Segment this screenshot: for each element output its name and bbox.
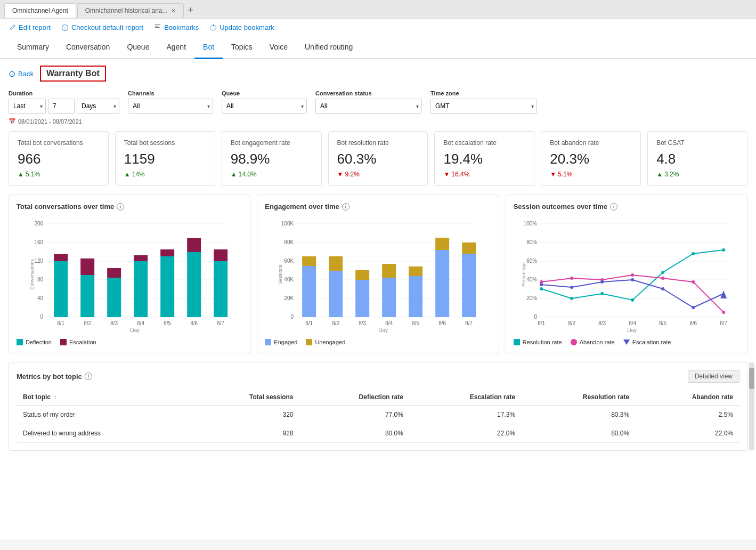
bar-escalation-0 bbox=[54, 254, 68, 261]
metrics-header: Metrics by bot topic i Detailed view bbox=[17, 370, 739, 383]
svg-rect-26 bbox=[214, 261, 227, 317]
tab-unified-routing[interactable]: Unified routing bbox=[296, 36, 361, 59]
kpi-bot-csat: Bot CSAT 4.8 3.2% bbox=[647, 131, 747, 186]
row0-abandon: 2.5% bbox=[636, 406, 739, 424]
queue-label: Queue bbox=[222, 90, 307, 96]
browser-tab-omnichannel-agent[interactable]: Omnichannel Agent bbox=[4, 3, 76, 18]
svg-point-96 bbox=[692, 280, 695, 284]
svg-rect-51 bbox=[329, 271, 343, 317]
duration-filter: Duration Last Days bbox=[9, 90, 119, 114]
tab-bot[interactable]: Bot bbox=[194, 36, 223, 59]
info-icon-chart1[interactable]: i bbox=[117, 203, 124, 211]
svg-text:Day: Day bbox=[379, 327, 388, 333]
queue-select[interactable]: All bbox=[222, 99, 307, 114]
svg-text:8/7: 8/7 bbox=[217, 320, 224, 326]
edit-report-label: Edit report bbox=[19, 23, 51, 31]
chart3-svg: 100% 80% 60% 40% 20% 0 Percentage bbox=[514, 216, 739, 333]
scrollbar-thumb[interactable] bbox=[749, 368, 754, 389]
back-circle-icon: ⊙ bbox=[9, 69, 15, 79]
tab-queue[interactable]: Queue bbox=[118, 36, 158, 59]
escalation-rate-label: Escalation rate bbox=[632, 339, 671, 345]
scrollbar[interactable] bbox=[749, 362, 754, 450]
svg-text:20%: 20% bbox=[526, 295, 537, 301]
info-icon-chart2[interactable]: i bbox=[342, 203, 349, 211]
metrics-section: Metrics by bot topic i Detailed view Bot… bbox=[9, 362, 747, 451]
kpi-bot-escalation-rate: Bot escalation rate 19.4% 16.4% bbox=[434, 131, 534, 186]
chart2-legend: Engaged Unengaged bbox=[265, 339, 491, 345]
svg-rect-50 bbox=[302, 256, 316, 266]
duration-preset-select[interactable]: Last bbox=[9, 99, 46, 114]
row1-resolution: 80.0% bbox=[522, 424, 636, 443]
svg-rect-24 bbox=[187, 252, 201, 317]
svg-rect-27 bbox=[214, 249, 227, 261]
svg-text:60K: 60K bbox=[284, 258, 294, 264]
svg-text:8/1: 8/1 bbox=[306, 320, 313, 326]
metrics-title-text: Metrics by bot topic bbox=[17, 373, 82, 381]
checkout-report-label: Checkout default report bbox=[71, 23, 143, 31]
edit-report-button[interactable]: Edit report bbox=[9, 23, 51, 31]
svg-text:8/2: 8/2 bbox=[84, 320, 91, 326]
svg-text:100%: 100% bbox=[523, 221, 537, 227]
svg-point-98 bbox=[540, 283, 543, 286]
kpi-change-4: 16.4% bbox=[443, 171, 525, 178]
checkout-report-button[interactable]: Checkout default report bbox=[61, 23, 143, 31]
deflection-legend-color bbox=[17, 339, 23, 345]
svg-text:8/6: 8/6 bbox=[689, 320, 697, 326]
tab-agent[interactable]: Agent bbox=[158, 36, 194, 59]
svg-text:8/5: 8/5 bbox=[412, 320, 420, 326]
svg-rect-18 bbox=[107, 278, 121, 317]
info-icon-chart3[interactable]: i bbox=[610, 203, 617, 211]
svg-text:8/6: 8/6 bbox=[190, 320, 198, 326]
new-tab-button[interactable]: + bbox=[185, 5, 197, 16]
svg-rect-56 bbox=[382, 264, 396, 278]
detailed-view-button[interactable]: Detailed view bbox=[688, 370, 739, 383]
duration-unit-select[interactable]: Days bbox=[77, 99, 119, 114]
svg-rect-19 bbox=[107, 268, 121, 278]
channels-select[interactable]: All bbox=[128, 99, 213, 114]
update-bookmark-button[interactable]: Update bookmark bbox=[209, 23, 274, 31]
toolbar: Edit report Checkout default report Book… bbox=[0, 19, 756, 36]
back-button[interactable]: ⊙ Back bbox=[9, 69, 34, 79]
unengaged-legend-color bbox=[306, 339, 312, 345]
svg-text:8/3: 8/3 bbox=[598, 320, 606, 326]
info-icon-metrics[interactable]: i bbox=[85, 373, 92, 380]
row0-topic: Status of my order bbox=[17, 406, 191, 424]
svg-text:160: 160 bbox=[34, 239, 43, 245]
svg-point-94 bbox=[631, 273, 634, 277]
kpi-change-6: 3.2% bbox=[656, 171, 738, 178]
svg-text:8/6: 8/6 bbox=[439, 320, 446, 326]
update-bookmark-label: Update bookmark bbox=[220, 23, 274, 31]
page-title: Warranty Bot bbox=[40, 66, 106, 82]
svg-point-97 bbox=[722, 311, 725, 314]
chart1-svg: 200 160 120 80 40 0 Conversations bbox=[17, 216, 242, 333]
svg-point-100 bbox=[600, 280, 604, 284]
conv-status-select[interactable]: All bbox=[315, 99, 422, 114]
queue-filter: Queue All bbox=[222, 90, 307, 114]
close-icon[interactable]: ✕ bbox=[171, 7, 176, 14]
timezone-filter: Time zone GMT bbox=[430, 90, 537, 114]
engaged-label: Engaged bbox=[274, 339, 297, 345]
timezone-select[interactable]: GMT bbox=[430, 99, 537, 114]
edit-icon bbox=[9, 24, 16, 31]
bookmarks-button[interactable]: Bookmarks bbox=[154, 23, 199, 31]
duration-value-input[interactable] bbox=[48, 99, 75, 114]
timezone-label: Time zone bbox=[430, 90, 537, 96]
escalation-legend-icon bbox=[623, 339, 630, 345]
tab-topics[interactable]: Topics bbox=[223, 36, 261, 59]
svg-text:40: 40 bbox=[37, 295, 44, 301]
date-range: 📅 08/01/2021 - 08/07/2021 bbox=[9, 118, 747, 125]
svg-point-95 bbox=[661, 277, 664, 280]
engaged-legend-color bbox=[265, 339, 271, 345]
browser-tab-historical[interactable]: Omnichannel historical ana... ✕ bbox=[77, 3, 184, 18]
page-header: ⊙ Back Warranty Bot bbox=[9, 66, 747, 82]
row1-abandon: 22.0% bbox=[636, 424, 739, 443]
duration-label: Duration bbox=[9, 90, 119, 96]
tab-summary[interactable]: Summary bbox=[9, 36, 58, 59]
svg-text:100K: 100K bbox=[281, 221, 294, 227]
tab-voice[interactable]: Voice bbox=[261, 36, 296, 59]
tab-conversation[interactable]: Conversation bbox=[58, 36, 119, 59]
kpi-total-bot-conversations: Total bot conversations 966 5.1% bbox=[9, 131, 109, 186]
kpi-bot-engagement-rate: Bot engagement rate 98.9% 14.0% bbox=[222, 131, 322, 186]
col-bot-topic[interactable]: Bot topic ↑ bbox=[17, 389, 191, 406]
svg-text:8/7: 8/7 bbox=[720, 320, 727, 326]
